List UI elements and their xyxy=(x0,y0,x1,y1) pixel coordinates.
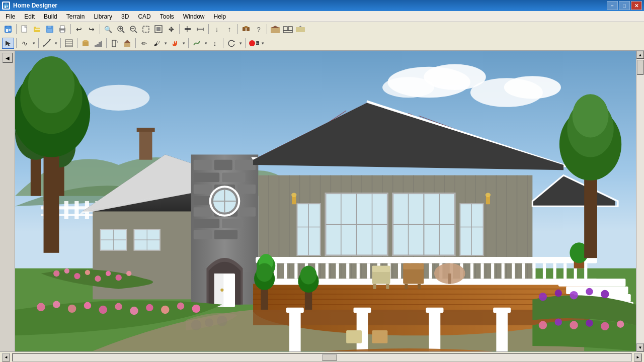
svg-rect-254 xyxy=(403,263,424,269)
export-btn[interactable] xyxy=(294,24,306,35)
print-btn[interactable] xyxy=(56,24,68,35)
new-btn[interactable] xyxy=(19,24,31,35)
svg-rect-40 xyxy=(283,31,292,33)
object-btn[interactable] xyxy=(79,38,92,49)
paint-btn[interactable]: 🖌 xyxy=(150,38,163,49)
separator-t2-7 xyxy=(188,38,189,48)
scroll-thumb[interactable] xyxy=(637,60,643,75)
terrain-dropdown[interactable]: ▾ xyxy=(203,38,208,49)
line-dropdown[interactable]: ▾ xyxy=(53,38,58,49)
menu-bar: File Edit Build Terrain Library 3D CAD T… xyxy=(0,11,644,22)
roof-tool-btn[interactable] xyxy=(121,38,133,49)
svg-rect-14 xyxy=(47,29,52,32)
svg-point-294 xyxy=(53,301,60,308)
menu-library[interactable]: Library xyxy=(89,12,117,22)
door-tool-btn[interactable] xyxy=(109,38,121,49)
save-btn[interactable] xyxy=(44,24,56,35)
zoom-out-btn[interactable] xyxy=(127,24,139,35)
close-btn[interactable]: ✕ xyxy=(631,1,642,10)
scroll-down-btn[interactable]: ▼ xyxy=(636,343,644,351)
minimize-btn[interactable]: − xyxy=(607,1,618,10)
stairs-btn[interactable] xyxy=(92,38,104,49)
svg-point-188 xyxy=(486,193,491,197)
pan-btn[interactable]: ✥ xyxy=(165,24,177,35)
menu-edit[interactable]: Edit xyxy=(20,12,39,22)
menu-file[interactable]: File xyxy=(1,12,20,22)
scroll-right-btn[interactable]: ► xyxy=(634,353,642,361)
menu-cad[interactable]: CAD xyxy=(133,12,155,22)
svg-rect-6 xyxy=(6,29,8,32)
menu-3d[interactable]: 3D xyxy=(117,12,133,22)
svg-rect-206 xyxy=(357,263,360,279)
wall-add-btn[interactable] xyxy=(182,24,194,35)
separator-6 xyxy=(237,24,238,34)
curve-tool-btn[interactable]: ∿ xyxy=(19,38,31,49)
svg-point-61 xyxy=(249,40,255,46)
svg-rect-107 xyxy=(222,219,243,228)
svg-rect-222 xyxy=(522,263,525,279)
svg-rect-251 xyxy=(373,284,376,289)
redo-btn[interactable]: ↪ xyxy=(86,24,98,35)
svg-point-284 xyxy=(300,266,317,285)
app-menu-icon-btn[interactable] xyxy=(2,24,14,35)
scroll-track[interactable] xyxy=(636,59,644,343)
search-btn[interactable]: 🔍 xyxy=(102,24,114,35)
svg-rect-265 xyxy=(372,330,388,343)
rotate-dropdown[interactable]: ▾ xyxy=(238,38,243,49)
arrow-up-btn[interactable]: ↑ xyxy=(223,24,235,35)
svg-rect-93 xyxy=(194,160,212,170)
window-controls: − □ ✕ xyxy=(607,1,642,10)
zoom-in-btn[interactable] xyxy=(115,24,127,35)
scroll-left-btn[interactable]: ◄ xyxy=(2,353,10,361)
canvas-area[interactable] xyxy=(15,51,636,351)
floor-plan-btn[interactable] xyxy=(282,24,294,35)
pencil-tool-btn[interactable]: ✏ xyxy=(138,38,150,49)
menu-tools[interactable]: Tools xyxy=(155,12,179,22)
separator-t2-3 xyxy=(60,38,61,48)
scroll-up-btn[interactable]: ▲ xyxy=(636,51,644,59)
help-btn[interactable]: ? xyxy=(253,24,265,35)
menu-help[interactable]: Help xyxy=(209,12,230,22)
library-objects-btn[interactable] xyxy=(240,24,252,35)
maximize-btn[interactable]: □ xyxy=(619,1,630,10)
hatch-btn[interactable] xyxy=(63,38,75,49)
svg-rect-228 xyxy=(584,263,587,279)
menu-terrain[interactable]: Terrain xyxy=(62,12,90,22)
svg-line-23 xyxy=(135,31,137,33)
status-bar: ◄ ► xyxy=(0,351,644,362)
terrain-tool-btn[interactable] xyxy=(191,38,203,49)
undo-btn[interactable]: ↩ xyxy=(73,24,85,35)
svg-rect-8 xyxy=(22,26,27,32)
open-btn[interactable] xyxy=(31,24,43,35)
left-panel-toggle[interactable]: ◀ xyxy=(3,53,13,63)
scroll-h-thumb[interactable] xyxy=(322,354,337,360)
record-btn[interactable] xyxy=(248,38,260,49)
line-tool-btn[interactable] xyxy=(41,38,53,49)
svg-point-70 xyxy=(88,85,149,111)
svg-point-288 xyxy=(573,94,609,137)
curve-dropdown[interactable]: ▾ xyxy=(31,38,36,49)
svg-rect-123 xyxy=(139,129,152,160)
select-region-btn[interactable] xyxy=(140,24,152,35)
menu-window[interactable]: Window xyxy=(179,12,209,22)
menu-build[interactable]: Build xyxy=(39,12,62,22)
paint-dropdown[interactable]: ▾ xyxy=(163,38,168,49)
fire-dropdown[interactable]: ▾ xyxy=(181,38,186,49)
move-tool-btn[interactable]: ↕ xyxy=(209,38,221,49)
fire-tool-btn[interactable] xyxy=(169,38,181,49)
svg-rect-226 xyxy=(564,263,567,279)
separator-t2-8 xyxy=(223,38,223,48)
svg-rect-218 xyxy=(481,263,484,279)
exterior-view-btn[interactable] xyxy=(269,24,281,35)
svg-rect-103 xyxy=(194,207,212,217)
dimension-btn[interactable] xyxy=(194,24,206,35)
scroll-h-track[interactable] xyxy=(12,353,632,361)
select-all-btn[interactable] xyxy=(152,24,165,35)
pointer-tool-btn[interactable] xyxy=(2,38,14,49)
rotate-tool-btn[interactable] xyxy=(225,38,237,49)
svg-rect-240 xyxy=(493,308,511,313)
record-dropdown[interactable]: ▾ xyxy=(260,38,265,49)
separator-4 xyxy=(179,24,180,34)
svg-rect-53 xyxy=(95,45,97,47)
arrow-down-btn[interactable]: ↓ xyxy=(211,24,223,35)
